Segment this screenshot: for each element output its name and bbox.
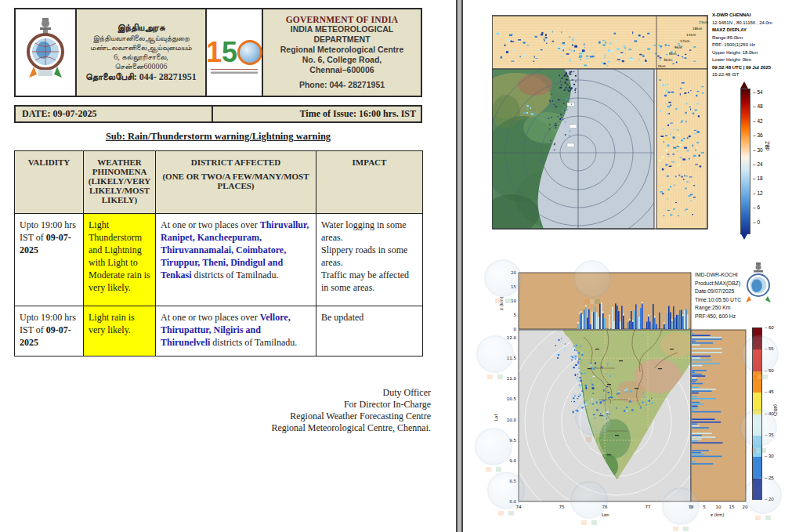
impact-line: Traffic may be affected in some areas. <box>321 269 418 294</box>
logo-150-caption <box>211 69 258 74</box>
subject-text: Sub: Rain/Thunderstorm warning/Lightning… <box>106 131 331 142</box>
tamil-line: மண்டலவானிலைஆய்வுமையம் <box>90 43 191 52</box>
colorbar-arrow-up-icon <box>740 81 748 89</box>
header-validity: VALIDITY <box>15 151 84 214</box>
time-of-issue: Time of Issue: 16:00 hrs. IST <box>213 107 421 121</box>
svg-text:5: 5 <box>703 505 706 509</box>
svg-text:9.0: 9.0 <box>509 458 516 463</box>
svg-text:15: 15 <box>511 284 516 289</box>
weather-cell: Light rain is very likely. <box>84 306 156 356</box>
page: இந்தியஅரசு இந்தியவானிலைஆய்வுத்துறை மண்டல… <box>0 0 792 532</box>
colorbar-tick: 18 <box>753 176 768 181</box>
svg-text:10.5: 10.5 <box>507 396 517 401</box>
letterhead-tamil-block: இந்தியஅரசு இந்தியவானிலைஆய்வுத்துறை மண்டல… <box>77 9 207 96</box>
ztop-tick-labels: 20 15 10 5 0 <box>511 270 517 331</box>
radar-coords: 12.9451N , 80.11156 , 24.0m <box>712 20 790 27</box>
svg-text:9km: 9km <box>674 45 682 49</box>
address-line: Regional Meteorological Centre <box>280 45 404 55</box>
weather-cell: Light Thunderstorm and Lightning with Li… <box>84 214 156 306</box>
colorbar-tick: 54 <box>753 89 768 95</box>
validity-cell: Upto 19:00 hrs IST of 09-07-2025 <box>15 214 84 306</box>
svg-text:76: 76 <box>602 505 608 509</box>
address-line: Chennai–600006 <box>309 65 374 75</box>
header-district-title: DISTRICT AFFECTED <box>158 157 313 167</box>
table-header-row: VALIDITY WEATHER PHINOMENA (LIKELY/VERY … <box>15 151 423 214</box>
tamil-line: 6, கல்லூரிசாலை, <box>114 52 168 62</box>
svg-text:77: 77 <box>646 505 651 509</box>
zright-axis-label: z (km) <box>711 512 724 517</box>
colorbar-tick: 36 <box>753 132 768 138</box>
issue-date: DATE: 09-07-2025 <box>16 107 213 121</box>
impact-cell: Be updated <box>316 306 423 356</box>
radar-kochi-figure: 20 15 10 5 0 z (km) <box>490 259 756 521</box>
imd-emblem-logo <box>16 9 77 96</box>
signature-block: Duty Officer For Director In-Charge Regi… <box>196 387 431 434</box>
logo-150-globe-icon <box>237 40 262 65</box>
tamil-line: சென்னை600006 <box>114 62 167 71</box>
lon-axis-label: Lon <box>602 512 609 517</box>
impact-cell: Water logging in some areas. Slippery ro… <box>316 214 423 306</box>
kochi-top-profile-panel: 20 15 10 5 0 z (km) <box>499 270 691 331</box>
tamil-line: தொலைபேசி: 044- 28271951 <box>85 71 196 83</box>
signature-line: Regional Weather Forecasting Centre <box>196 411 431 422</box>
signature-line: For Director In-Charge <box>196 399 431 411</box>
header-impact: IMPACT <box>316 151 423 214</box>
radar-range: Range:85.0km <box>712 34 790 42</box>
validity-cell: Upto 19:00 hrs IST of 09-07-2025 <box>15 306 84 356</box>
tamil-line: இந்தியஅரசு <box>117 22 165 34</box>
lon-tick-labels: 74 75 76 77 78 <box>516 505 694 509</box>
svg-text:74: 74 <box>516 505 522 509</box>
radar-chennai-info: X-DWR CHENNAI 12.9451N , 80.11156 , 24.0… <box>712 12 790 79</box>
pane-splitter[interactable] <box>456 0 463 532</box>
radar-lower-height: Lower Height: 0km <box>712 56 790 64</box>
svg-text:75: 75 <box>559 505 565 509</box>
svg-text:5: 5 <box>514 313 517 317</box>
district-suffix: districts of Tamilnadu. <box>192 270 279 280</box>
letterhead: இந்தியஅரசு இந்தியவானிலைஆய்வுத்துறை மண்டல… <box>14 8 422 97</box>
lat-tick-labels: 12.0 11.5 11.0 10.5 10.0 9.5 9.0 8.5 8.0 <box>507 335 517 504</box>
district-cell: At one or two places over Vellore, Thiru… <box>156 306 316 356</box>
radar-upper-height: Upper Height: 18.0km <box>712 49 790 57</box>
svg-text:0: 0 <box>514 327 517 331</box>
zright-tick-labels: 0 5 10 15 20 <box>689 505 748 509</box>
colorbar-gradient <box>740 89 750 234</box>
signature-line: Duty Officer <box>196 387 431 399</box>
colorbar-tick: 24 <box>753 161 768 167</box>
svg-text:12km: 12km <box>680 39 689 43</box>
colorbar-tick: 42 <box>753 118 768 124</box>
address-line: Phone: 044- 28271951 <box>299 80 385 90</box>
svg-text:6km: 6km <box>669 52 676 56</box>
warning-table: VALIDITY WEATHER PHINOMENA (LIKELY/VERY … <box>14 150 423 356</box>
svg-text:8.5: 8.5 <box>509 479 516 483</box>
svg-text:18km: 18km <box>693 27 702 31</box>
table-row: Upto 19:00 hrs IST of 09-07-2025 Light r… <box>15 306 423 356</box>
radar-top-profile-strip: 0km 3km 6km 9km 12km 15km 18km 21km <box>492 16 708 69</box>
impact-line: Be updated <box>321 311 418 324</box>
impact-line: Water logging in some areas. <box>321 219 418 244</box>
colorbar-tick: 50 <box>765 368 779 373</box>
svg-text:15km: 15km <box>686 33 696 37</box>
colorbar-arrow-down-icon <box>740 233 748 240</box>
colorbar-tick: 30 <box>765 454 779 458</box>
svg-text:15: 15 <box>729 505 735 509</box>
svg-text:11.5: 11.5 <box>507 356 517 360</box>
svg-text:10: 10 <box>716 505 721 509</box>
colorbar-tick: 45 <box>765 389 779 394</box>
address-line: INDIA METEOROLOGICAL DEPARTMENT <box>265 24 419 45</box>
colorbar-tick: 60 <box>765 325 779 330</box>
radar-right-profile-strip <box>656 69 707 229</box>
district-prefix: At one or two places over <box>161 312 260 323</box>
logo-150-digit: 5 <box>222 38 237 67</box>
district-suffix: districts of Tamilnadu. <box>210 337 297 348</box>
imd-150-logo-mark: 1 5 <box>206 38 262 67</box>
colorbar-unit-label: (dBZ) <box>773 404 778 416</box>
address-line: No. 6, College Road, <box>302 55 382 65</box>
tamil-line: இந்தியவானிலைஆய்வுத்துறை <box>92 34 190 43</box>
svg-text:11.0: 11.0 <box>507 376 517 381</box>
subject-line: Sub: Rain/Thunderstorm warning/Lightning… <box>14 131 422 143</box>
radar-chennai-figure: 0km 3km 6km 9km 12km 15km 18km 21km <box>492 10 711 230</box>
ztop-axis-label: z (km) <box>499 297 504 310</box>
radar-time-ist: 15:22:48 IST <box>712 71 790 79</box>
impact-line: Slippery roads in some areas. <box>321 244 418 269</box>
radar-ppi-map <box>492 62 669 230</box>
